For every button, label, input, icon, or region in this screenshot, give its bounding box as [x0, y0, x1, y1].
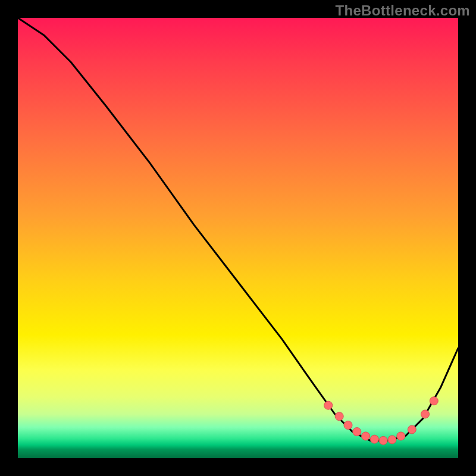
- marker-dot: [335, 412, 343, 421]
- marker-dot: [421, 410, 430, 418]
- marker-dot: [370, 435, 378, 443]
- marker-dot: [430, 397, 438, 405]
- marker-dot: [344, 421, 352, 430]
- marker-dot: [388, 436, 396, 444]
- marker-dot: [362, 432, 370, 440]
- marker-dot: [397, 432, 405, 440]
- marker-dot: [379, 436, 387, 444]
- chart-stage: TheBottleneck.com: [0, 0, 476, 476]
- marker-dot: [408, 425, 416, 434]
- brand-watermark: TheBottleneck.com: [336, 2, 470, 19]
- curve-layer: [18, 18, 458, 458]
- plot-area: [18, 18, 458, 458]
- marker-dot: [353, 428, 361, 436]
- marker-dot: [324, 401, 333, 409]
- bottleneck-curve: [18, 18, 458, 440]
